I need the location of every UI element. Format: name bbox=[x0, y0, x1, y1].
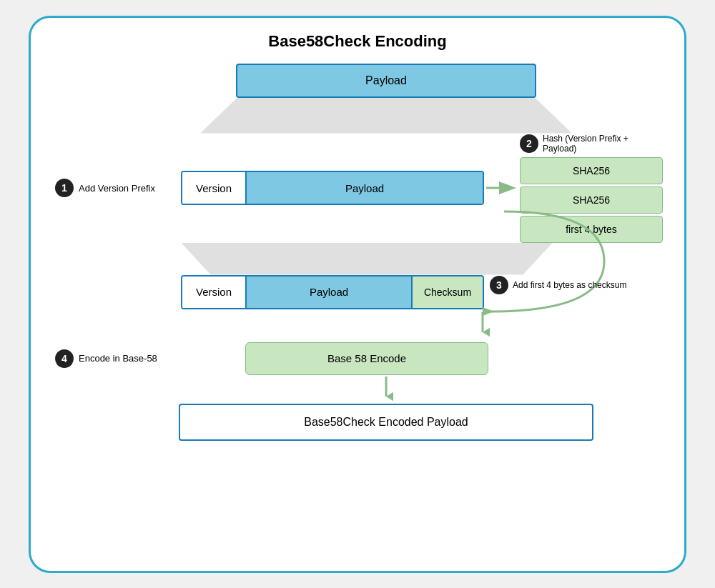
arrow-right-1 bbox=[484, 171, 520, 205]
step3-label: 3 Add first 4 bytes as checksum bbox=[490, 276, 663, 294]
sha256-box-1: SHA256 bbox=[520, 157, 663, 184]
arrow-down-2 bbox=[109, 377, 663, 402]
step1-label: 1 Add Version Prefix bbox=[52, 179, 181, 197]
step3-area: 3 Add first 4 bytes as checksum bbox=[484, 290, 663, 294]
version-box-1: Version bbox=[182, 172, 247, 204]
version-box-2: Version bbox=[182, 276, 247, 308]
base58-encode-box: Base 58 Encode bbox=[245, 342, 488, 375]
step1-circle: 1 bbox=[55, 179, 74, 197]
step4-label: 4 Encode in Base-58 bbox=[52, 349, 181, 368]
final-output-box: Base58Check Encoded Payload bbox=[179, 404, 593, 441]
step2-circle: 2 bbox=[520, 134, 538, 153]
main-card: Base58Check Encoding Payload 1 Add Versi… bbox=[29, 16, 686, 573]
page-title: Base58Check Encoding bbox=[268, 32, 446, 51]
payload-box-2: Payload bbox=[247, 276, 411, 308]
step4-row: 4 Encode in Base-58 Base 58 Encode bbox=[52, 342, 663, 375]
step3-circle: 3 bbox=[490, 276, 508, 294]
step1-version-payload-row: Version Payload bbox=[181, 171, 484, 205]
checksum-box: Checksum bbox=[411, 276, 483, 308]
payload-box-1: Payload bbox=[247, 172, 483, 204]
checksum-row: Version Payload Checksum bbox=[181, 275, 484, 309]
step4-circle: 4 bbox=[55, 349, 74, 368]
funnel-top bbox=[200, 98, 572, 134]
final-output-row: Base58Check Encoded Payload bbox=[109, 404, 663, 441]
funnel-mid bbox=[181, 243, 553, 275]
step2-label: 2 Hash (Version Prefix + Payload) bbox=[520, 134, 663, 154]
top-payload-box: Payload bbox=[236, 64, 536, 98]
